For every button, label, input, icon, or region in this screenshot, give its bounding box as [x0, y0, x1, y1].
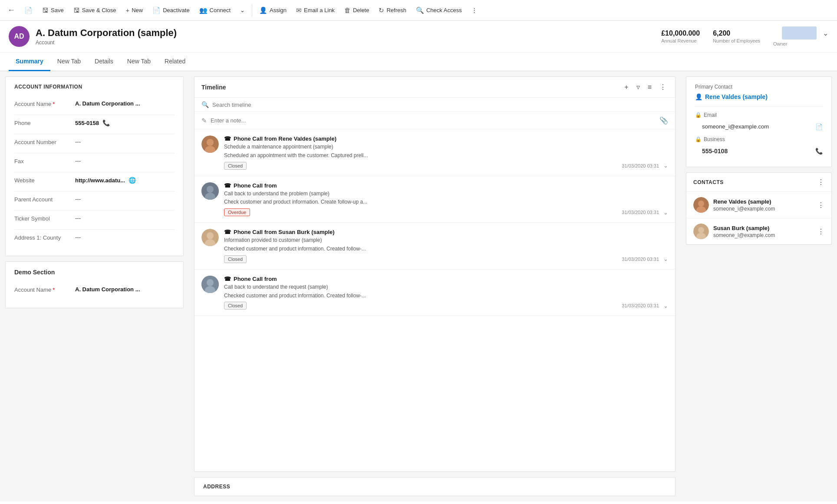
- connect-button[interactable]: 👥 Connect: [195, 4, 235, 17]
- tab-summary[interactable]: Summary: [9, 53, 50, 71]
- contact-options-button[interactable]: ⋮: [817, 201, 824, 209]
- timeline-avatar: [201, 229, 219, 246]
- annual-revenue-label: Annual Revenue: [661, 38, 700, 43]
- timeline-item-desc: Call back to understand the problem (sam…: [224, 190, 668, 198]
- connect-chevron-button[interactable]: ⌄: [236, 4, 249, 16]
- owner-field[interactable]: ⌄: [782, 26, 828, 40]
- save-button[interactable]: 🖫 Save: [38, 4, 68, 16]
- business-row: 🔒 Business: [695, 136, 823, 142]
- contact-detail-section: 🔒 Email someone_i@example.com 📄 🔒 Busine…: [695, 106, 823, 155]
- timeline-item[interactable]: ☎ Phone Call from Call back to understan…: [194, 176, 675, 223]
- timeline-more-button[interactable]: ⋮: [658, 82, 668, 92]
- num-employees-stat: 6,200 Number of Employees: [713, 30, 760, 43]
- field-demo-account-name: Account Name* A. Datum Corporation ...: [14, 282, 175, 301]
- field-value-address-county[interactable]: ---: [75, 234, 175, 240]
- status-badge: Overdue: [224, 208, 250, 216]
- timeline-search-input[interactable]: [212, 102, 668, 108]
- annual-revenue-stat: £10,000.000 Annual Revenue: [661, 30, 700, 43]
- business-label: 🔒 Business: [695, 136, 725, 142]
- page-icon-button[interactable]: 📄: [20, 4, 37, 17]
- email-address[interactable]: someone_i@example.com: [702, 123, 812, 130]
- lock-icon: 🔒: [695, 112, 702, 118]
- timeline-item-date: 31/03/2020 03:31: [622, 303, 659, 308]
- contacts-more-button[interactable]: ⋮: [817, 178, 824, 186]
- field-label-account-name: Account Name*: [14, 100, 75, 107]
- svg-point-7: [207, 232, 214, 239]
- field-address-county: Address 1: County ---: [14, 230, 175, 249]
- timeline-item-desc2: Checked customer and product information…: [224, 292, 668, 300]
- field-value-account-name[interactable]: A. Datum Corporation ...: [75, 100, 175, 107]
- primary-contact-card: Primary Contact 👤 Rene Valdes (sample) 🔒…: [686, 76, 832, 167]
- tab-details[interactable]: Details: [88, 53, 120, 71]
- tab-newtab2[interactable]: New Tab: [120, 53, 158, 71]
- phone-call-icon: ☎: [224, 182, 231, 189]
- primary-contact-name[interactable]: 👤 Rene Valdes (sample): [695, 93, 823, 100]
- field-value-parent-account[interactable]: ---: [75, 196, 175, 202]
- tab-related[interactable]: Related: [158, 53, 192, 71]
- page-icon: 📄: [24, 7, 33, 14]
- globe-icon[interactable]: 🌐: [129, 177, 136, 184]
- save-close-button[interactable]: 🖫 Save & Close: [69, 4, 121, 16]
- timeline-item[interactable]: ☎ Phone Call from Call back to understan…: [194, 270, 675, 316]
- tab-newtab1[interactable]: New Tab: [50, 53, 88, 71]
- deactivate-button[interactable]: 📄 Deactivate: [148, 4, 194, 17]
- timeline-item[interactable]: ☎ Phone Call from Rene Valdes (sample) S…: [194, 129, 675, 176]
- assign-icon: 👤: [259, 7, 267, 14]
- new-button[interactable]: + New: [121, 4, 147, 16]
- timeline-card: Timeline + ▿ ≡ ⋮ 🔍 ✎ 📎: [194, 76, 676, 472]
- annual-revenue-value: £10,000.000: [661, 30, 700, 37]
- contact-item[interactable]: Susan Burk (sample) someone_l@example.co…: [686, 218, 831, 244]
- delete-button[interactable]: 🗑 Delete: [340, 4, 374, 16]
- record-subtitle: Account: [36, 40, 652, 46]
- timeline-item[interactable]: ☎ Phone Call from Susan Burk (sample) In…: [194, 223, 675, 270]
- email-link-button[interactable]: ✉ Email a Link: [292, 4, 339, 17]
- phone-call-icon: ☎: [224, 276, 231, 282]
- field-value-demo-account-name[interactable]: A. Datum Corporation ...: [75, 286, 175, 293]
- refresh-button[interactable]: ↻ Refresh: [374, 4, 411, 17]
- lock-icon-business: 🔒: [695, 136, 702, 142]
- timeline-view-button[interactable]: ≡: [646, 82, 653, 92]
- more-icon: ⋮: [471, 7, 477, 13]
- field-label-website: Website: [14, 177, 75, 184]
- more-button[interactable]: ⋮: [467, 4, 481, 16]
- note-input[interactable]: [211, 117, 656, 124]
- field-value-website[interactable]: http://www.adatu... 🌐: [75, 177, 175, 184]
- toolbar: ← 📄 🖫 Save 🖫 Save & Close + New 📄 Deacti…: [0, 0, 837, 21]
- business-phone[interactable]: 555-0108: [702, 148, 812, 155]
- timeline-add-button[interactable]: +: [623, 82, 630, 92]
- back-button[interactable]: ←: [3, 3, 19, 18]
- contact-item[interactable]: Rene Valdes (sample) someone_i@example.c…: [686, 192, 831, 218]
- field-value-ticker-symbol[interactable]: ---: [75, 215, 175, 221]
- field-value-phone[interactable]: 555-0158 📞: [75, 119, 175, 126]
- required-star: *: [53, 101, 55, 107]
- timeline-filter-button[interactable]: ▿: [635, 82, 642, 92]
- call-icon[interactable]: 📞: [815, 148, 823, 155]
- svg-point-1: [207, 139, 214, 146]
- svg-point-10: [207, 279, 214, 286]
- phone-icon[interactable]: 📞: [102, 119, 110, 126]
- field-value-fax[interactable]: ---: [75, 158, 175, 164]
- expand-chevron-icon[interactable]: ⌄: [663, 209, 668, 216]
- field-value-account-number[interactable]: ---: [75, 138, 175, 145]
- timeline-avatar: [201, 135, 219, 153]
- tabs: Summary New Tab Details New Tab Related: [0, 53, 837, 71]
- timeline-item-desc2: Scheduled an appointment with the custom…: [224, 152, 668, 159]
- contacts-header: CONTACTS ⋮: [686, 173, 831, 192]
- timeline-item-desc2: Checked customer and product information…: [224, 245, 668, 253]
- timeline-item-desc2: Check customer and product information. …: [224, 198, 668, 206]
- contact-icon: 👤: [695, 93, 702, 100]
- expand-chevron-icon[interactable]: ⌄: [663, 303, 668, 309]
- main-content: ACCOUNT INFORMATION Account Name* A. Dat…: [0, 71, 837, 501]
- check-access-button[interactable]: 🔍 Check Access: [412, 4, 466, 17]
- assign-button[interactable]: 👤 Assign: [255, 4, 291, 17]
- contact-options-button[interactable]: ⋮: [817, 227, 824, 236]
- expand-chevron-icon[interactable]: ⌄: [663, 256, 668, 262]
- email-label: 🔒 Email: [695, 112, 725, 118]
- phone-call-icon: ☎: [224, 135, 231, 142]
- owner-chevron[interactable]: ⌄: [823, 29, 828, 37]
- expand-chevron-icon[interactable]: ⌄: [663, 162, 668, 169]
- copy-email-icon[interactable]: 📄: [815, 123, 823, 130]
- attach-icon[interactable]: 📎: [659, 116, 668, 125]
- contact-name: Susan Burk (sample): [713, 225, 813, 231]
- timeline-item-date: 31/03/2020 03:31: [622, 163, 659, 168]
